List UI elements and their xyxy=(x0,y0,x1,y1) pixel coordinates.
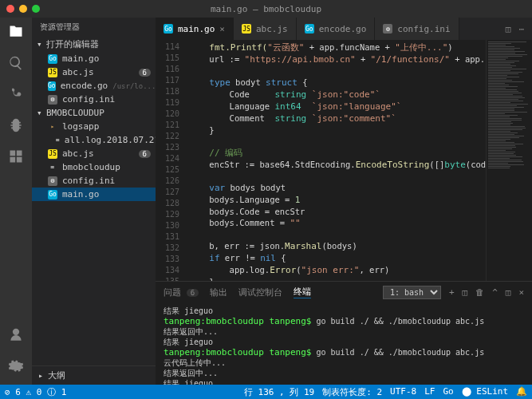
minimize-window-icon[interactable] xyxy=(19,5,27,13)
sidebar-title: 资源管理器 xyxy=(32,18,156,37)
line-gutter: 1141151161171181191201211221231241251261… xyxy=(156,40,186,281)
new-terminal-icon[interactable]: + xyxy=(449,287,455,298)
settings-icon[interactable] xyxy=(8,358,24,377)
split-terminal-icon[interactable]: ◫ xyxy=(463,287,468,298)
explorer-icon[interactable] xyxy=(8,24,24,42)
search-icon[interactable] xyxy=(8,55,24,73)
activity-bar xyxy=(0,18,32,385)
trash-icon[interactable]: 🗑 xyxy=(475,287,484,298)
sidebar-item-bmobcloudup[interactable]: ≡bmobcloudup xyxy=(32,160,156,174)
code-editor[interactable]: fmt.Printf("云函数" + app.funcName + "上传中..… xyxy=(186,40,486,281)
panel-tab-debug[interactable]: 调试控制台 xyxy=(238,286,282,298)
title-text: main.go — bmobcloudup xyxy=(211,4,321,14)
accounts-icon[interactable] xyxy=(8,327,24,346)
sidebar-item-config.ini[interactable]: ⚙config.ini xyxy=(32,174,156,188)
tab-abc.js[interactable]: JSabc.js xyxy=(234,18,297,40)
status-errors[interactable]: ⊘ 6 ⚠ 0 ⓘ 1 xyxy=(5,386,66,398)
close-window-icon[interactable] xyxy=(6,5,14,13)
more-icon[interactable]: ⋯ xyxy=(518,24,524,34)
minimap[interactable] xyxy=(486,40,532,281)
toggle-panel-icon[interactable]: ◫ xyxy=(506,287,511,298)
maximize-panel-icon[interactable]: ^ xyxy=(492,287,498,298)
status-bell-icon[interactable]: 🔔 xyxy=(516,386,527,398)
terminal[interactable]: 结果 jieguo tanpeng:bmobcloudup tanpeng$ g… xyxy=(156,302,532,385)
source-control-icon[interactable] xyxy=(8,86,24,105)
split-editor-icon[interactable]: ◫ xyxy=(506,24,511,34)
panel-tab-problems[interactable]: 问题 6 xyxy=(164,286,199,298)
extensions-icon[interactable] xyxy=(8,148,24,167)
status-eslint[interactable]: ⬤ ESLint xyxy=(462,386,508,398)
open-editors-header[interactable]: ▾打开的编辑器 xyxy=(32,37,156,52)
window-controls xyxy=(6,5,40,13)
panel-tab-terminal[interactable]: 终端 xyxy=(294,286,311,298)
debug-icon[interactable] xyxy=(8,117,24,136)
sidebar-item-main.go[interactable]: Gomain.go xyxy=(32,188,156,201)
sidebar-item-abc.js[interactable]: JSabc.js6 xyxy=(32,65,156,79)
close-icon: × xyxy=(219,24,225,34)
titlebar: main.go — bmobcloudup xyxy=(0,0,532,18)
status-lang[interactable]: Go xyxy=(443,386,453,398)
sidebar-item-all.log.2018.07.21[interactable]: ≡all.log.2018.07.21 xyxy=(32,133,156,147)
tab-main.go[interactable]: Gomain.go× xyxy=(156,18,234,40)
close-panel-icon[interactable]: × xyxy=(518,287,524,298)
status-cursor[interactable]: 行 136 , 列 19 xyxy=(244,386,314,398)
sidebar-item-logsapp[interactable]: ▸logsapp xyxy=(32,120,156,133)
sidebar-item-abc.js[interactable]: JSabc.js6 xyxy=(32,147,156,160)
project-header[interactable]: ▾BMOBCLOUDUP xyxy=(32,106,156,120)
sidebar: 资源管理器 ▾打开的编辑器 Gomain.goJSabc.js6Goencode… xyxy=(32,18,156,385)
outline-header[interactable]: ▸ 大纲 xyxy=(32,365,156,385)
tab-bar: Gomain.go×JSabc.jsGoencode.go⚙config.ini… xyxy=(156,18,532,40)
tab-config.ini[interactable]: ⚙config.ini xyxy=(375,18,459,40)
sidebar-item-main.go[interactable]: Gomain.go xyxy=(32,52,156,65)
sidebar-item-config.ini[interactable]: ⚙config.ini xyxy=(32,93,156,106)
tab-encode.go[interactable]: Goencode.go xyxy=(297,18,376,40)
terminal-select[interactable]: 1: bash xyxy=(383,286,441,299)
panel: 问题 6 输出 调试控制台 终端 1: bash + ◫ 🗑 ^ ◫ × 结果 … xyxy=(156,281,532,385)
panel-tab-output[interactable]: 输出 xyxy=(210,286,227,298)
status-encoding[interactable]: UTF-8 xyxy=(390,386,416,398)
status-bar: ⊘ 6 ⚠ 0 ⓘ 1 行 136 , 列 19 制表符长度: 2 UTF-8 … xyxy=(0,385,532,399)
maximize-window-icon[interactable] xyxy=(32,5,40,13)
status-eol[interactable]: LF xyxy=(424,386,435,398)
status-indent[interactable]: 制表符长度: 2 xyxy=(322,386,382,398)
sidebar-item-encode.go[interactable]: Goencode.go/usr/lo... xyxy=(32,79,156,93)
